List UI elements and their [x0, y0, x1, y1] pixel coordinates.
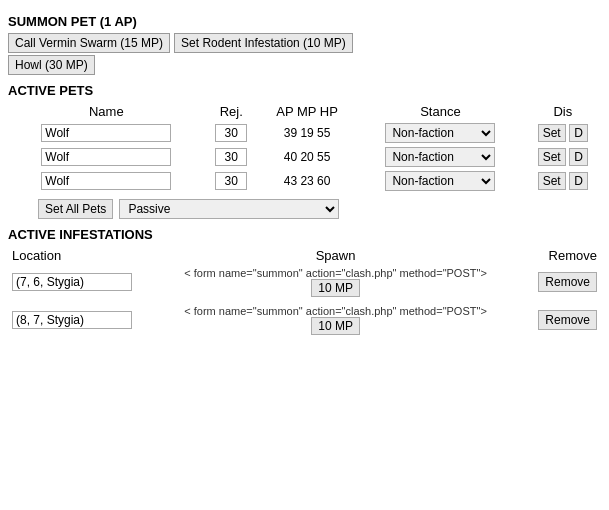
table-row: 40 20 55Non-factionFactionAggressiveDefe…: [8, 145, 601, 169]
table-row: 39 19 55Non-factionFactionAggressiveDefe…: [8, 121, 601, 145]
pet-stats: 43 23 60: [258, 169, 356, 193]
howl-button[interactable]: Howl (30 MP): [8, 55, 95, 75]
passive-select[interactable]: PassiveAggressiveDefensiveNon-faction: [119, 199, 339, 219]
table-row: < form name="summon" action="clash.php" …: [8, 303, 601, 337]
summon-pet-title: SUMMON PET (1 AP): [8, 14, 601, 29]
pets-table: Name Rej. AP MP HP Stance Dis 39 19 55No…: [8, 102, 601, 193]
col-header-stats: AP MP HP: [258, 102, 356, 121]
set-all-pets-button[interactable]: Set All Pets: [38, 199, 113, 219]
form-text: < form name="summon" action="clash.php" …: [164, 305, 506, 317]
col-header-spawn: Spawn: [160, 246, 510, 265]
pet-set-button[interactable]: Set: [538, 124, 566, 142]
active-pets-title: ACTIVE PETS: [8, 83, 601, 98]
col-header-stance: Stance: [356, 102, 525, 121]
pet-stats: 39 19 55: [258, 121, 356, 145]
set-all-row: Set All Pets PassiveAggressiveDefensiveN…: [8, 199, 601, 219]
table-row: 43 23 60Non-factionFactionAggressiveDefe…: [8, 169, 601, 193]
mp-badge: 10 MP: [311, 279, 360, 297]
pet-set-button[interactable]: Set: [538, 172, 566, 190]
stance-select[interactable]: Non-factionFactionAggressiveDefensivePas…: [385, 123, 495, 143]
active-infestations-section: ACTIVE INFESTATIONS Location Spawn Remov…: [8, 227, 601, 337]
infestations-table: Location Spawn Remove < form name="summo…: [8, 246, 601, 337]
pet-name-input[interactable]: [41, 148, 171, 166]
col-header-rej: Rej.: [205, 102, 258, 121]
table-row: < form name="summon" action="clash.php" …: [8, 265, 601, 299]
call-vermin-swarm-button[interactable]: Call Vermin Swarm (15 MP): [8, 33, 170, 53]
rej-input[interactable]: [215, 148, 247, 166]
pet-set-button[interactable]: Set: [538, 148, 566, 166]
remove-button[interactable]: Remove: [538, 272, 597, 292]
pet-name-input[interactable]: [41, 124, 171, 142]
stance-select[interactable]: Non-factionFactionAggressiveDefensivePas…: [385, 147, 495, 167]
spawn-cell: < form name="summon" action="clash.php" …: [160, 265, 510, 299]
mp-badge: 10 MP: [311, 317, 360, 335]
set-rodent-infestation-button[interactable]: Set Rodent Infestation (10 MP): [174, 33, 353, 53]
pet-dismiss-button[interactable]: D: [569, 124, 588, 142]
active-pets-section: ACTIVE PETS Name Rej. AP MP HP Stance Di…: [8, 83, 601, 219]
pet-dismiss-button[interactable]: D: [569, 172, 588, 190]
col-header-location: Location: [8, 246, 160, 265]
pet-stats: 40 20 55: [258, 145, 356, 169]
spawn-cell: < form name="summon" action="clash.php" …: [160, 303, 510, 337]
rej-input[interactable]: [215, 124, 247, 142]
stance-select[interactable]: Non-factionFactionAggressiveDefensivePas…: [385, 171, 495, 191]
col-header-remove: Remove: [511, 246, 601, 265]
rej-input[interactable]: [215, 172, 247, 190]
summon-pet-section: SUMMON PET (1 AP) Call Vermin Swarm (15 …: [8, 14, 601, 75]
pet-dismiss-button[interactable]: D: [569, 148, 588, 166]
form-text: < form name="summon" action="clash.php" …: [164, 267, 506, 279]
col-header-name: Name: [8, 102, 205, 121]
col-header-dis: Dis: [525, 102, 601, 121]
active-infestations-title: ACTIVE INFESTATIONS: [8, 227, 601, 242]
pet-name-input[interactable]: [41, 172, 171, 190]
remove-button[interactable]: Remove: [538, 310, 597, 330]
location-input[interactable]: [12, 311, 132, 329]
location-input[interactable]: [12, 273, 132, 291]
